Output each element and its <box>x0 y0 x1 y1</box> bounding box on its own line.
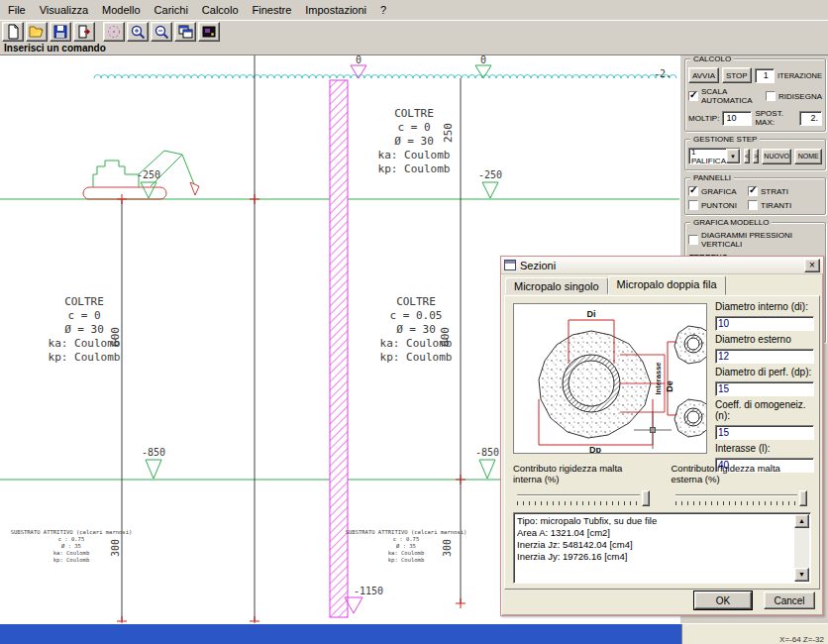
field-de-input[interactable] <box>715 349 814 364</box>
dim-600-mid: 600 <box>439 327 452 347</box>
tab-micropalo-doppia-fila[interactable]: Micropalo doppia fila <box>608 275 726 295</box>
group-calcolo-title: CALCOLO <box>690 55 734 63</box>
avvia-button[interactable]: AVVIA <box>688 67 719 83</box>
grafica-checkbox[interactable] <box>688 186 698 196</box>
svg-text:Ø : 35: Ø : 35 <box>61 543 81 549</box>
svg-text:-850: -850 <box>475 447 499 458</box>
soil-label-left: COLTRE c = 0 Ø = 30 ka: Coulomb kp: Coul… <box>49 295 122 364</box>
exit-door-icon <box>76 24 92 40</box>
soil-label-top: COLTRE c = 0 Ø = 30 ka: Coulomb kp: Coul… <box>378 107 455 175</box>
dim-600-left: 600 <box>109 327 122 347</box>
dim-250: 250 <box>442 123 455 143</box>
dialog-title-bar[interactable]: Sezioni × <box>501 257 823 274</box>
slider-malta-esterna-track[interactable] <box>675 490 808 508</box>
combo-dropdown-icon[interactable]: ▼ <box>726 149 740 163</box>
cancel-button[interactable]: Cancel <box>764 591 815 609</box>
slider-malta-esterna-thumb[interactable] <box>799 490 807 506</box>
nome-button[interactable]: NOME <box>794 149 822 164</box>
menu-carichi[interactable]: Carichi <box>149 2 194 18</box>
svg-text:c = 0: c = 0 <box>397 121 430 134</box>
slider-malta-interna: Contributo rigidezza malta interna (%) <box>513 463 654 508</box>
svg-text:-250: -250 <box>137 169 160 180</box>
nuovo-button[interactable]: NUOVO <box>762 149 791 164</box>
marker-850-left: -850 <box>142 447 165 479</box>
tiranti-checkbox[interactable] <box>748 200 758 210</box>
new-file-button[interactable] <box>2 22 24 42</box>
selection-circle-button[interactable] <box>103 22 125 42</box>
svg-text:-1150: -1150 <box>354 586 383 596</box>
dialog-title-text: Sezioni <box>520 260 556 271</box>
marker-250-left: -250 <box>137 169 160 198</box>
svg-text:c : 0.75: c : 0.75 <box>58 536 85 542</box>
field-n-input[interactable] <box>715 425 814 440</box>
step-prev-button[interactable]: < <box>744 149 750 163</box>
water-scallop-line <box>94 75 676 79</box>
command-bar[interactable]: Inserisci un comando <box>0 42 828 55</box>
field-de-label: Diametro esterno <box>715 334 820 345</box>
dialog-buttons: OK Cancel <box>694 591 815 609</box>
step-combo[interactable]: 1 PALIFICA ▼ <box>688 148 741 164</box>
exit-button[interactable] <box>73 22 95 42</box>
puntoni-checkbox[interactable] <box>688 200 698 210</box>
field-interasse-label: Interasse (l): <box>715 443 820 454</box>
open-folder-icon <box>29 24 45 40</box>
cascade-windows-icon <box>177 24 193 40</box>
iteration-value: 1 <box>755 68 775 83</box>
toolbar <box>0 20 828 42</box>
svg-text:ka: Coulomb: ka: Coulomb <box>378 149 451 161</box>
moltip-input[interactable] <box>722 111 752 126</box>
svg-text:kp: Coulomb: kp: Coulomb <box>380 351 453 364</box>
diagrammi-checkbox[interactable] <box>688 235 698 245</box>
section-info-box[interactable]: Tipo: micropalo Tubfix, su due file Area… <box>513 512 811 584</box>
ridisegna-checkbox[interactable] <box>766 91 776 101</box>
tab-micropalo-singolo[interactable]: Micropalo singolo <box>505 277 608 294</box>
menu-calcolo[interactable]: Calcolo <box>196 2 245 18</box>
slider-malta-interna-thumb[interactable] <box>642 490 650 506</box>
info-scrollbar[interactable]: ▲ ▼ <box>794 514 809 582</box>
zoom-out-button[interactable] <box>151 22 172 42</box>
zoom-in-button[interactable] <box>127 22 149 42</box>
section-diagram: Di De Dp Interasse <box>513 303 707 454</box>
strati-checkbox[interactable] <box>748 186 758 196</box>
menu-impostazioni[interactable]: Impostazioni <box>299 2 372 18</box>
menu-visualizza[interactable]: Visualizza <box>34 2 94 18</box>
spost-max-value: 2. <box>799 111 822 126</box>
screenshot-button[interactable] <box>198 22 220 42</box>
menu-file[interactable]: File <box>2 2 32 18</box>
save-button[interactable] <box>50 22 71 42</box>
svg-text:COLTRE: COLTRE <box>64 295 104 308</box>
svg-text:-850: -850 <box>142 447 165 458</box>
svg-text:Ø = 30: Ø = 30 <box>64 323 104 336</box>
retaining-wall[interactable] <box>330 80 348 617</box>
strati-label: STRATI <box>761 187 788 196</box>
svg-text:kp: Coulomb: kp: Coulomb <box>53 557 89 564</box>
menu-finestre[interactable]: Finestre <box>247 2 298 18</box>
svg-text:c = 0.05: c = 0.05 <box>390 309 443 322</box>
info-line-jz: Inerzia Jz: 548142.04 [cm4] <box>517 539 792 551</box>
scala-automatica-label: SCALA AUTOMATICA <box>701 87 761 105</box>
step-next-button[interactable]: > <box>753 149 759 163</box>
menu-modello[interactable]: Modello <box>96 2 147 18</box>
field-dp-input[interactable] <box>715 381 814 396</box>
open-file-button[interactable] <box>26 22 48 42</box>
status-message-area <box>0 624 682 644</box>
crosshair-icon <box>634 411 672 449</box>
stop-button[interactable]: STOP <box>722 67 752 83</box>
scala-automatica-checkbox[interactable] <box>688 91 698 101</box>
close-icon[interactable]: × <box>804 259 820 272</box>
grafica-label: GRAFICA <box>701 187 745 196</box>
svg-text:Ø = 30: Ø = 30 <box>396 323 436 336</box>
ok-button[interactable]: OK <box>694 591 752 609</box>
pipe-inner <box>569 361 614 406</box>
menu-help[interactable]: ? <box>374 2 392 18</box>
info-line-area: Area A: 1321.04 [cm2] <box>517 527 792 539</box>
slider-malta-interna-track[interactable] <box>517 490 650 508</box>
scroll-up-icon[interactable]: ▲ <box>794 514 809 528</box>
svg-text:Ø : 35: Ø : 35 <box>396 543 416 549</box>
field-di-input[interactable] <box>715 316 814 331</box>
svg-text:kp: Coulomb: kp: Coulomb <box>49 351 121 364</box>
scroll-down-icon[interactable]: ▼ <box>794 568 809 582</box>
cascade-windows-button[interactable] <box>174 22 196 42</box>
screenshot-icon <box>201 24 217 40</box>
group-calcolo: CALCOLO AVVIA STOP 1 ITERAZIONE SCALA AU… <box>684 58 826 132</box>
